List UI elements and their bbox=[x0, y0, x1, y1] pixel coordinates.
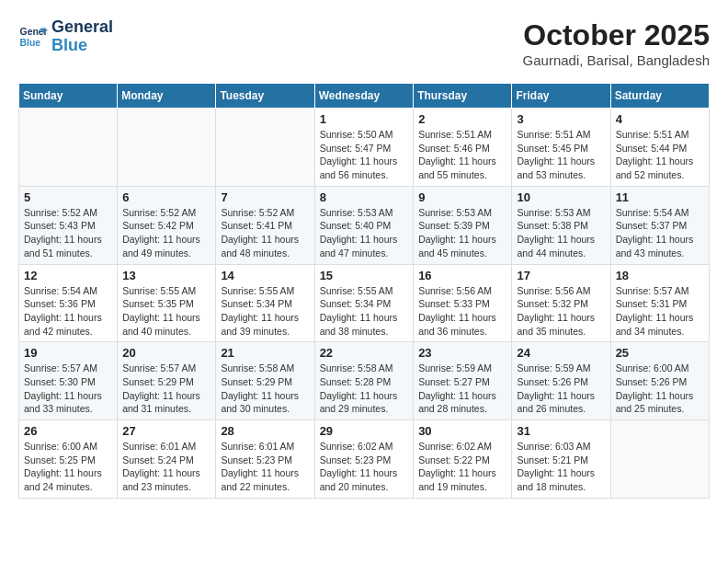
calendar-cell: 17Sunrise: 5:56 AMSunset: 5:32 PMDayligh… bbox=[512, 264, 610, 342]
calendar-cell: 10Sunrise: 5:53 AMSunset: 5:38 PMDayligh… bbox=[512, 186, 610, 264]
calendar-cell: 5Sunrise: 5:52 AMSunset: 5:43 PMDaylight… bbox=[19, 186, 118, 264]
day-number: 28 bbox=[221, 424, 309, 438]
calendar-cell: 15Sunrise: 5:55 AMSunset: 5:34 PMDayligh… bbox=[314, 264, 414, 342]
day-number: 7 bbox=[221, 190, 309, 204]
day-info: Sunrise: 5:54 AMSunset: 5:37 PMDaylight:… bbox=[616, 206, 704, 260]
calendar-week-row: 19Sunrise: 5:57 AMSunset: 5:30 PMDayligh… bbox=[19, 342, 710, 420]
day-number: 18 bbox=[616, 269, 704, 282]
calendar-cell: 7Sunrise: 5:52 AMSunset: 5:41 PMDaylight… bbox=[216, 186, 314, 264]
day-info: Sunrise: 6:01 AMSunset: 5:23 PMDaylight:… bbox=[221, 440, 309, 494]
calendar-cell: 2Sunrise: 5:51 AMSunset: 5:46 PMDaylight… bbox=[414, 109, 512, 187]
day-number: 22 bbox=[320, 346, 409, 360]
day-info: Sunrise: 5:52 AMSunset: 5:42 PMDaylight:… bbox=[122, 206, 210, 260]
day-number: 2 bbox=[418, 112, 506, 126]
page-header: General Blue General Blue October 2025 G… bbox=[18, 18, 710, 68]
calendar-cell: 9Sunrise: 5:53 AMSunset: 5:39 PMDaylight… bbox=[414, 186, 512, 264]
calendar-week-row: 5Sunrise: 5:52 AMSunset: 5:43 PMDaylight… bbox=[19, 186, 710, 264]
day-info: Sunrise: 5:58 AMSunset: 5:29 PMDaylight:… bbox=[221, 362, 309, 416]
day-info: Sunrise: 6:02 AMSunset: 5:23 PMDaylight:… bbox=[320, 440, 409, 494]
calendar-cell: 1Sunrise: 5:50 AMSunset: 5:47 PMDaylight… bbox=[314, 109, 414, 187]
logo-text: General Blue bbox=[51, 18, 113, 55]
day-info: Sunrise: 5:57 AMSunset: 5:31 PMDaylight:… bbox=[616, 284, 704, 339]
calendar-cell: 19Sunrise: 5:57 AMSunset: 5:30 PMDayligh… bbox=[19, 342, 118, 420]
day-info: Sunrise: 5:52 AMSunset: 5:41 PMDaylight:… bbox=[221, 206, 309, 260]
calendar-week-row: 26Sunrise: 6:00 AMSunset: 5:25 PMDayligh… bbox=[19, 420, 710, 499]
svg-text:Blue: Blue bbox=[20, 37, 41, 47]
calendar-cell bbox=[118, 109, 216, 187]
calendar-cell: 12Sunrise: 5:54 AMSunset: 5:36 PMDayligh… bbox=[19, 264, 118, 342]
calendar-week-row: 12Sunrise: 5:54 AMSunset: 5:36 PMDayligh… bbox=[19, 264, 710, 342]
day-info: Sunrise: 6:02 AMSunset: 5:22 PMDaylight:… bbox=[418, 440, 506, 494]
location-subtitle: Gaurnadi, Barisal, Bangladesh bbox=[523, 52, 710, 68]
day-info: Sunrise: 5:53 AMSunset: 5:39 PMDaylight:… bbox=[418, 206, 506, 260]
calendar-cell: 6Sunrise: 5:52 AMSunset: 5:42 PMDaylight… bbox=[118, 186, 216, 264]
day-number: 20 bbox=[122, 346, 210, 360]
day-number: 23 bbox=[418, 346, 506, 360]
weekday-header-saturday: Saturday bbox=[610, 84, 709, 109]
day-info: Sunrise: 5:56 AMSunset: 5:32 PMDaylight:… bbox=[517, 284, 605, 339]
weekday-header-wednesday: Wednesday bbox=[314, 84, 414, 109]
day-number: 30 bbox=[418, 424, 506, 438]
calendar-cell: 23Sunrise: 5:59 AMSunset: 5:27 PMDayligh… bbox=[414, 342, 512, 420]
day-number: 19 bbox=[24, 346, 112, 360]
day-number: 17 bbox=[517, 269, 605, 282]
day-number: 31 bbox=[517, 424, 605, 438]
calendar-cell: 24Sunrise: 5:59 AMSunset: 5:26 PMDayligh… bbox=[512, 342, 610, 420]
day-number: 4 bbox=[616, 112, 704, 126]
calendar-cell: 30Sunrise: 6:02 AMSunset: 5:22 PMDayligh… bbox=[414, 420, 512, 499]
calendar-cell: 31Sunrise: 6:03 AMSunset: 5:21 PMDayligh… bbox=[512, 420, 610, 499]
day-info: Sunrise: 5:51 AMSunset: 5:46 PMDaylight:… bbox=[418, 128, 506, 182]
weekday-header-friday: Friday bbox=[512, 84, 610, 109]
weekday-header-thursday: Thursday bbox=[414, 84, 512, 109]
day-info: Sunrise: 5:55 AMSunset: 5:34 PMDaylight:… bbox=[320, 284, 409, 339]
day-number: 8 bbox=[320, 190, 409, 204]
day-info: Sunrise: 5:53 AMSunset: 5:40 PMDaylight:… bbox=[320, 206, 409, 260]
calendar-cell: 28Sunrise: 6:01 AMSunset: 5:23 PMDayligh… bbox=[216, 420, 314, 499]
calendar-cell bbox=[19, 109, 118, 187]
day-number: 29 bbox=[320, 424, 409, 438]
calendar-cell: 16Sunrise: 5:56 AMSunset: 5:33 PMDayligh… bbox=[414, 264, 512, 342]
weekday-header-sunday: Sunday bbox=[19, 84, 118, 109]
day-number: 24 bbox=[517, 346, 605, 360]
day-number: 12 bbox=[24, 269, 112, 282]
day-info: Sunrise: 5:59 AMSunset: 5:27 PMDaylight:… bbox=[418, 362, 506, 416]
day-number: 26 bbox=[24, 424, 112, 438]
day-info: Sunrise: 6:01 AMSunset: 5:24 PMDaylight:… bbox=[122, 440, 210, 494]
day-info: Sunrise: 5:58 AMSunset: 5:28 PMDaylight:… bbox=[320, 362, 409, 416]
calendar-cell: 3Sunrise: 5:51 AMSunset: 5:45 PMDaylight… bbox=[512, 109, 610, 187]
calendar-table: SundayMondayTuesdayWednesdayThursdayFrid… bbox=[18, 83, 710, 499]
logo: General Blue General Blue bbox=[18, 18, 113, 55]
calendar-cell: 26Sunrise: 6:00 AMSunset: 5:25 PMDayligh… bbox=[19, 420, 118, 499]
calendar-week-row: 1Sunrise: 5:50 AMSunset: 5:47 PMDaylight… bbox=[19, 109, 710, 187]
day-number: 14 bbox=[221, 269, 309, 282]
day-info: Sunrise: 5:54 AMSunset: 5:36 PMDaylight:… bbox=[24, 284, 112, 339]
calendar-cell: 18Sunrise: 5:57 AMSunset: 5:31 PMDayligh… bbox=[610, 264, 709, 342]
day-info: Sunrise: 5:51 AMSunset: 5:44 PMDaylight:… bbox=[616, 128, 704, 182]
calendar-cell: 11Sunrise: 5:54 AMSunset: 5:37 PMDayligh… bbox=[610, 186, 709, 264]
calendar-cell: 4Sunrise: 5:51 AMSunset: 5:44 PMDaylight… bbox=[610, 109, 709, 187]
day-number: 11 bbox=[616, 190, 704, 204]
calendar-cell: 27Sunrise: 6:01 AMSunset: 5:24 PMDayligh… bbox=[118, 420, 216, 499]
day-number: 3 bbox=[517, 112, 605, 126]
calendar-cell: 14Sunrise: 5:55 AMSunset: 5:34 PMDayligh… bbox=[216, 264, 314, 342]
day-number: 5 bbox=[24, 190, 112, 204]
day-info: Sunrise: 6:03 AMSunset: 5:21 PMDaylight:… bbox=[517, 440, 605, 494]
day-number: 27 bbox=[122, 424, 210, 438]
day-info: Sunrise: 5:59 AMSunset: 5:26 PMDaylight:… bbox=[517, 362, 605, 416]
calendar-cell: 25Sunrise: 6:00 AMSunset: 5:26 PMDayligh… bbox=[610, 342, 709, 420]
day-info: Sunrise: 5:57 AMSunset: 5:30 PMDaylight:… bbox=[24, 362, 112, 416]
calendar-cell: 8Sunrise: 5:53 AMSunset: 5:40 PMDaylight… bbox=[314, 186, 414, 264]
weekday-header-monday: Monday bbox=[118, 84, 216, 109]
day-number: 13 bbox=[122, 269, 210, 282]
day-number: 9 bbox=[418, 190, 506, 204]
calendar-cell: 13Sunrise: 5:55 AMSunset: 5:35 PMDayligh… bbox=[118, 264, 216, 342]
day-info: Sunrise: 5:55 AMSunset: 5:34 PMDaylight:… bbox=[221, 284, 309, 339]
calendar-cell: 21Sunrise: 5:58 AMSunset: 5:29 PMDayligh… bbox=[216, 342, 314, 420]
day-info: Sunrise: 5:57 AMSunset: 5:29 PMDaylight:… bbox=[122, 362, 210, 416]
calendar-cell: 22Sunrise: 5:58 AMSunset: 5:28 PMDayligh… bbox=[314, 342, 414, 420]
calendar-cell: 29Sunrise: 6:02 AMSunset: 5:23 PMDayligh… bbox=[314, 420, 414, 499]
day-info: Sunrise: 5:53 AMSunset: 5:38 PMDaylight:… bbox=[517, 206, 605, 260]
weekday-header-row: SundayMondayTuesdayWednesdayThursdayFrid… bbox=[19, 84, 710, 109]
day-info: Sunrise: 6:00 AMSunset: 5:26 PMDaylight:… bbox=[616, 362, 704, 416]
day-number: 6 bbox=[122, 190, 210, 204]
